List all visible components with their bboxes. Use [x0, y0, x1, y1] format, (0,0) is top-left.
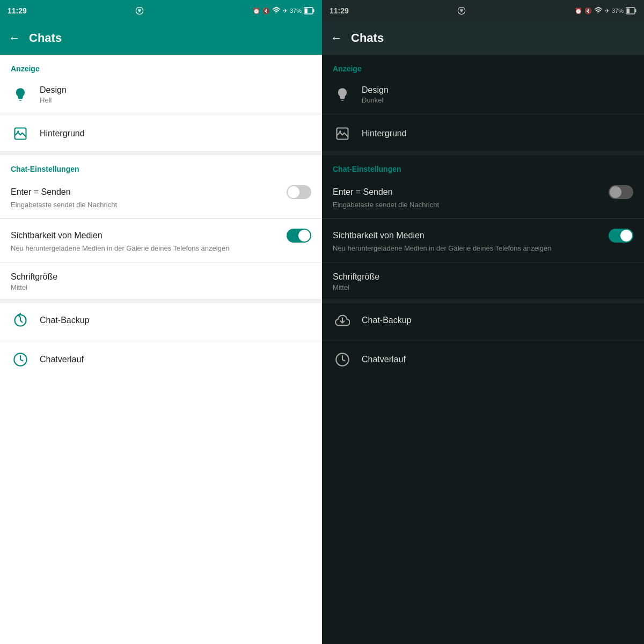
background-text-dark: Hintergrund	[362, 129, 633, 138]
background-item-dark[interactable]: Hintergrund	[322, 116, 644, 151]
medien-subtitle-light: Neu heruntergeladene Medien in der Galer…	[11, 244, 311, 252]
design-item-light[interactable]: Design Hell	[0, 77, 322, 112]
medien-item-dark[interactable]: Sichtbarkeit von Medien Neu heruntergela…	[322, 221, 644, 260]
design-title-dark: Design	[362, 85, 633, 95]
section-label-anzeige-dark: Anzeige	[322, 55, 644, 77]
medien-toggle-wrap-dark	[609, 229, 633, 243]
design-subtitle-dark: Dunkel	[362, 96, 633, 104]
schrift-title-light: Schriftgröße	[11, 272, 311, 282]
section-divider-2-dark	[322, 299, 644, 303]
background-icon-dark	[333, 124, 352, 143]
enter-senden-title-light: Enter = Senden	[11, 187, 71, 197]
svg-point-0	[136, 7, 143, 14]
enter-senden-toggle-dark[interactable]	[609, 185, 633, 199]
background-text-light: Hintergrund	[40, 129, 311, 138]
medien-title-light: Sichtbarkeit von Medien	[11, 231, 103, 240]
content-dark: Anzeige Design Dunkel	[322, 55, 644, 644]
time-dark: 11:29	[330, 6, 349, 15]
alarm-icon-dark: ⏰	[575, 8, 582, 14]
enter-senden-item-dark[interactable]: Enter = Senden Eingabetaste sendet die N…	[322, 178, 644, 216]
enter-senden-knob-dark	[610, 186, 621, 198]
medien-toggle-light[interactable]	[287, 229, 311, 243]
backup-icon-dark	[333, 311, 352, 330]
background-title-light: Hintergrund	[40, 129, 311, 138]
battery-icon-light	[304, 7, 314, 14]
medien-title-dark: Sichtbarkeit von Medien	[333, 231, 425, 240]
medien-subtitle-dark: Neu heruntergeladene Medien in der Galer…	[333, 244, 633, 252]
schrift-subtitle-light: Mittel	[11, 283, 311, 291]
design-text-dark: Design Dunkel	[362, 85, 633, 104]
schrift-item-light[interactable]: Schriftgröße Mittel	[0, 265, 322, 299]
battery-text-dark: 37%	[612, 8, 624, 14]
medien-item-light[interactable]: Sichtbarkeit von Medien Neu heruntergela…	[0, 221, 322, 260]
enter-senden-toggle-wrap-light	[287, 185, 311, 199]
svg-point-5	[17, 130, 19, 133]
mute-icon-light: 🔇	[262, 8, 270, 14]
time-light: 11:29	[8, 6, 27, 15]
design-icon-dark	[333, 85, 352, 104]
design-title-light: Design	[40, 85, 311, 95]
enter-senden-toggle-wrap-dark	[609, 185, 633, 199]
background-item-light[interactable]: Hintergrund	[0, 116, 322, 151]
svg-rect-9	[627, 9, 630, 13]
divider-3-dark	[322, 262, 644, 262]
history-text-light: Chatverlauf	[40, 355, 311, 364]
design-icon-light	[11, 85, 30, 104]
page-title-dark: Chats	[351, 31, 384, 45]
back-button-light[interactable]: ←	[9, 31, 20, 45]
backup-title-dark: Chat-Backup	[362, 316, 633, 325]
backup-title-light: Chat-Backup	[40, 316, 311, 325]
history-icon-light	[11, 350, 30, 369]
backup-item-dark[interactable]: Chat-Backup	[322, 303, 644, 338]
svg-rect-2	[313, 9, 314, 12]
top-bar-dark: ← Chats	[322, 21, 644, 55]
backup-item-light[interactable]: Chat-Backup	[0, 303, 322, 338]
svg-rect-3	[305, 9, 308, 13]
content-light: Anzeige Design Hell	[0, 55, 322, 644]
history-item-light[interactable]: Chatverlauf	[0, 342, 322, 377]
design-text-light: Design Hell	[40, 85, 311, 104]
svg-point-6	[458, 7, 465, 14]
svg-point-11	[339, 130, 341, 133]
divider-3-light	[0, 262, 322, 262]
schrift-subtitle-dark: Mittel	[333, 283, 633, 291]
design-item-dark[interactable]: Design Dunkel	[322, 77, 644, 112]
medien-knob-light	[298, 230, 310, 241]
enter-senden-toggle-light[interactable]	[287, 185, 311, 199]
enter-senden-item-light[interactable]: Enter = Senden Eingabetaste sendet die N…	[0, 178, 322, 216]
svg-rect-8	[635, 9, 636, 12]
spotify-icon-light	[135, 6, 144, 15]
section-label-anzeige-light: Anzeige	[0, 55, 322, 77]
history-item-dark[interactable]: Chatverlauf	[322, 342, 644, 377]
divider-2-light	[0, 218, 322, 219]
background-icon-light	[11, 124, 30, 143]
section-label-chat-light: Chat-Einstellungen	[0, 155, 322, 178]
divider-1-dark	[322, 114, 644, 114]
airplane-icon-light: ✈	[283, 8, 288, 14]
schrift-item-dark[interactable]: Schriftgröße Mittel	[322, 265, 644, 299]
backup-text-dark: Chat-Backup	[362, 316, 633, 325]
medien-knob-dark	[620, 230, 632, 241]
section-divider-1-light	[0, 151, 322, 155]
history-title-light: Chatverlauf	[40, 355, 311, 364]
battery-icon-dark	[626, 7, 636, 14]
enter-senden-subtitle-light: Eingabetaste sendet die Nachricht	[11, 201, 311, 209]
wifi-icon-light	[272, 6, 281, 15]
history-text-dark: Chatverlauf	[362, 355, 633, 364]
alarm-icon-light: ⏰	[253, 8, 260, 14]
section-divider-2-light	[0, 299, 322, 303]
divider-4-light	[0, 340, 322, 340]
light-panel: 11:29 ⏰ 🔇 ✈ 37% ← Chats Anzeige	[0, 0, 322, 644]
schrift-title-dark: Schriftgröße	[333, 272, 633, 282]
divider-1-light	[0, 114, 322, 114]
backup-text-light: Chat-Backup	[40, 316, 311, 325]
design-subtitle-light: Hell	[40, 96, 311, 104]
mute-icon-dark: 🔇	[584, 8, 592, 14]
backup-icon-light	[11, 311, 30, 330]
history-icon-dark	[333, 350, 352, 369]
section-label-chat-dark: Chat-Einstellungen	[322, 155, 644, 178]
back-button-dark[interactable]: ←	[331, 31, 342, 45]
page-title-light: Chats	[29, 31, 62, 45]
airplane-icon-dark: ✈	[605, 8, 610, 14]
medien-toggle-dark[interactable]	[609, 229, 633, 243]
